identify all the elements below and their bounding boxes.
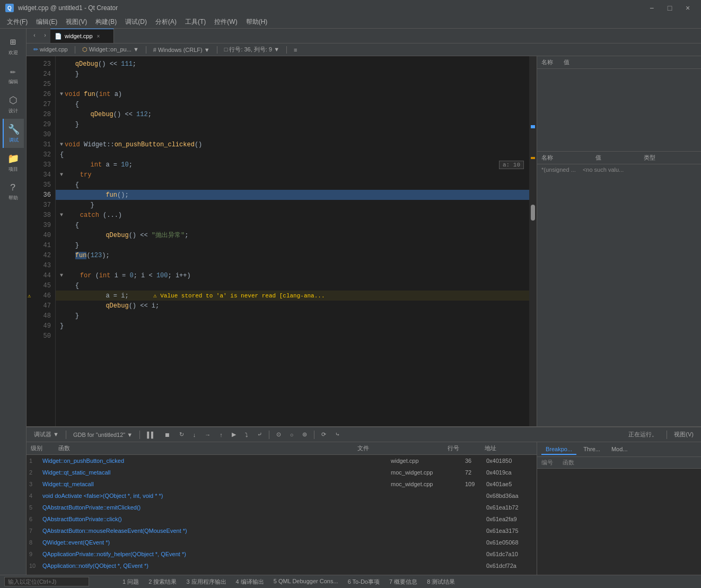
tab-nav-next[interactable]: › [40,29,50,43]
status-tabs: 1 问题 2 搜索结果 3 应用程序输出 4 编译输出 5 QML Debugg… [118,577,697,587]
col-header-name: 名称 [541,58,553,66]
position-display[interactable]: □ 行号: 36, 列号: 9 ▼ [222,45,282,54]
status-tab-tests[interactable]: 8 测试结果 [423,577,459,587]
close-button[interactable]: × [680,3,696,13]
stack-row-7[interactable]: 7 QAbstractButton::mouseReleaseEvent(QMo… [27,525,537,537]
sidebar-label-welcome: 欢迎 [8,49,18,56]
dbg-sep-1 [66,431,66,439]
menu-help[interactable]: 帮助(H) [242,16,272,28]
stack-row-10[interactable]: 10 QApplication::notify(QObject *, QEven… [27,560,537,572]
stack-row-9[interactable]: 9 QApplicationPrivate::notify_helper(QOb… [27,548,537,560]
bp-col-num: 编号 [541,459,563,467]
tab-nav-prev[interactable]: ‹ [29,29,40,43]
menu-controls[interactable]: 控件(W) [210,16,241,28]
dbg-threads[interactable]: ⤷ [332,430,343,439]
toolbar-separator-3 [217,46,217,54]
bp-col-fn: 函数 [563,459,574,467]
status-tab-overview[interactable]: 7 概要信息 [385,577,422,587]
menu-build[interactable]: 构建(B) [91,16,121,28]
stack-row-1[interactable]: 1 Widget::on_pushButton_clicked widget.c… [27,455,537,467]
dbg-run-to-line[interactable]: ⤵ [242,431,251,439]
status-tab-qml[interactable]: 5 QML Debugger Cons... [269,577,343,587]
sidebar-item-help[interactable]: ? 帮助 [3,177,24,206]
stack-row-6[interactable]: 6 QAbstractButtonPrivate::click() 0x61ea… [27,513,537,525]
line-numbers: 23 24 25 26 27 28 29 30 31 32 33 34 35 3… [27,56,56,426]
code-line-45: { [56,280,529,291]
editor-toolbar: ✏ widget.cpp ⬡ Widget::on_pu... ▼ # Wind… [27,43,701,56]
dbg-sep-4 [314,431,314,439]
stack-row-5[interactable]: 5 QAbstractButtonPrivate::emitClicked() … [27,502,537,513]
code-line-48: } [56,311,529,321]
dbg-breakpoint[interactable]: ⊙ [273,430,284,439]
dbg-step-over[interactable]: → [201,431,214,439]
code-line-49: } [56,321,529,331]
title-bar: Q widget.cpp @ untitled1 - Qt Creator − … [0,0,701,16]
code-line-27: { [56,99,529,109]
dbg-step-into[interactable]: ↓ [190,431,199,439]
view-menu[interactable]: 视图(V) [671,429,697,440]
code-line-47: qDebug() << i; [56,301,529,311]
file-path[interactable]: ✏ widget.cpp [31,46,71,54]
status-tab-app-output[interactable]: 3 应用程序输出 [182,577,230,587]
status-tab-search[interactable]: 2 搜索结果 [144,577,181,587]
code-line-50 [56,331,529,341]
menu-file[interactable]: 文件(F) [3,16,32,28]
gdb-selector[interactable]: GDB for "untitled12" ▼ [70,431,136,439]
dbg-restart[interactable]: ↻ [176,430,187,439]
bp-tab-modules[interactable]: Mod... [607,444,632,455]
bp-tab-breakpoints[interactable]: Breakpo... [541,444,576,455]
fold-icon-26: ▼ [60,91,63,97]
window-title: widget.cpp @ untitled1 - Qt Creator [18,4,644,12]
vertical-scrollbar[interactable] [529,56,537,426]
dbg-step-out[interactable]: ↑ [216,431,226,439]
stack-row-11[interactable]: 11 QCoreApplication::sendSpontaneousEven… [27,572,537,575]
line-33: 33 [27,160,55,170]
sidebar-item-debug[interactable]: 🔧 调试 [3,119,24,148]
bp-toolbar: Breakpo... Thre... Mod... [537,442,701,457]
status-tab-todo[interactable]: 6 To-Do事项 [344,577,384,587]
options-button[interactable]: ≡ [291,46,300,54]
sidebar-item-edit[interactable]: ✏ 编辑 [3,60,24,90]
sidebar-label-project: 项目 [8,166,18,173]
menu-edit[interactable]: 编辑(E) [32,16,62,28]
dbg-clear[interactable]: ○ [287,431,297,439]
stack-row-2[interactable]: 2 Widget::qt_static_metacall moc_widget.… [27,467,537,478]
scrollbar-thumb[interactable] [531,205,535,221]
menu-view[interactable]: 视图(V) [62,16,91,28]
sidebar-item-design[interactable]: ⬡ 设计 [3,90,24,119]
dbg-jump[interactable]: ⤶ [254,430,265,439]
function-selector[interactable]: ⬡ Widget::on_pu... ▼ [80,46,142,54]
debugger-selector[interactable]: 调试器 ▼ [31,429,62,440]
dbg-sep-2 [139,431,140,439]
dbg-frames[interactable]: ⟳ [318,430,329,439]
code-editor[interactable]: 23 24 25 26 27 28 29 30 31 32 33 34 35 3… [27,56,537,426]
dbg-options[interactable]: ⊚ [299,430,310,439]
bp-tab-threads[interactable]: Thre... [579,444,604,455]
editor-with-panel: 23 24 25 26 27 28 29 30 31 32 33 34 35 3… [27,56,701,426]
stack-row-3[interactable]: 3 Widget::qt_metacall moc_widget.cpp 109… [27,478,537,490]
menu-debug[interactable]: 调试(D) [121,16,151,28]
locate-input[interactable] [4,577,89,586]
maximize-button[interactable]: □ [662,3,678,13]
tab-close[interactable]: × [97,33,100,39]
dbg-stop[interactable]: ⏹ [161,431,173,439]
stack-row-8[interactable]: 8 QWidget::event(QEvent *) 0x61e05068 [27,537,537,548]
menu-tools[interactable]: 工具(T) [181,16,210,28]
dbg-continue[interactable]: ▶ [229,430,239,439]
status-tab-compile[interactable]: 4 编译输出 [232,577,268,587]
sidebar-item-welcome[interactable]: ⊞ 欢迎 [3,31,24,60]
breakpoints-panel: Breakpo... Thre... Mod... 编号 函数 [537,442,701,575]
tab-widget-cpp[interactable]: 📄 widget.cpp × [50,29,114,43]
code-lines[interactable]: qDebug() << 111; } ▼void fun(int a) [56,56,529,426]
status-tab-issues[interactable]: 1 问题 [118,577,143,587]
sidebar-item-project[interactable]: 📁 项目 [3,148,24,177]
line-43: 43 [27,260,55,270]
minimize-button[interactable]: − [644,3,660,13]
menu-analyze[interactable]: 分析(A) [151,16,181,28]
encoding-selector[interactable]: # Windows (CRLF) ▼ [151,46,213,54]
code-content: 23 24 25 26 27 28 29 30 31 32 33 34 35 3… [27,56,537,426]
status-search[interactable] [4,577,110,586]
line-41: 41 [27,240,55,250]
stack-row-4[interactable]: 4 void doActivate <false>(QObject *, int… [27,490,537,502]
dbg-pause[interactable]: ▌▌ [144,431,159,439]
